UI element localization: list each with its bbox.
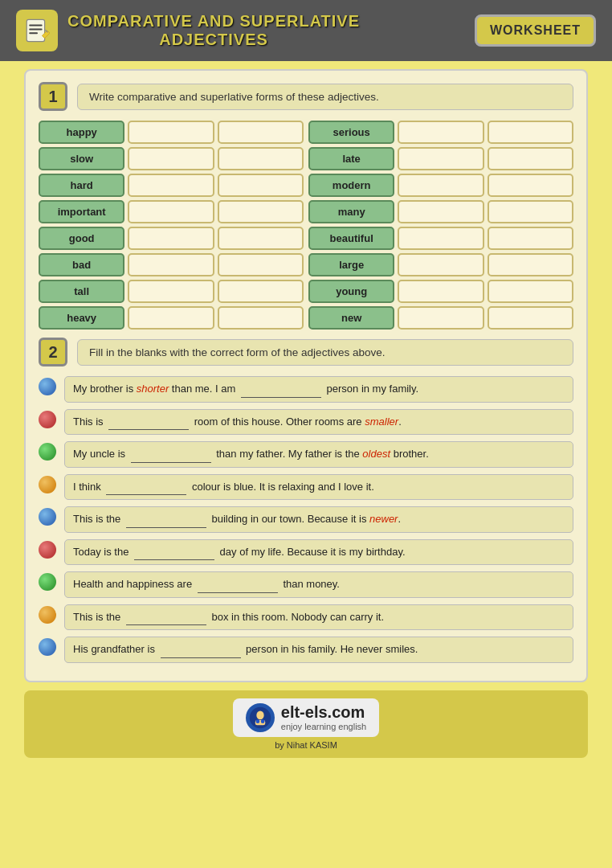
adj-comp-late[interactable] [398,147,483,170]
adj-super-happy[interactable] [218,121,304,144]
adj-comp-young[interactable] [398,280,483,303]
blank-1 [241,381,321,398]
adj-comp-modern[interactable] [398,174,483,197]
adj-super-large[interactable] [488,253,573,276]
adj-super-beautiful[interactable] [488,227,573,250]
answer-newer: newer [369,513,398,525]
bullet-7 [39,573,56,591]
adj-super-bad[interactable] [218,253,304,276]
sentence-6: Today is the day of my life. Because it … [39,539,573,566]
bullet-6 [39,541,56,559]
adj-label-late: late [308,147,394,170]
adj-super-modern[interactable] [488,174,573,197]
header-title: COMPARATIVE AND SUPERLATIVE ADJECTIVES [67,12,360,49]
blank-9 [161,641,241,658]
adj-comp-good[interactable] [128,227,214,250]
page-header: COMPARATIVE AND SUPERLATIVE ADJECTIVES W… [0,0,612,61]
svg-point-9 [255,719,259,723]
adj-row-tall: tall [39,280,304,303]
adj-row-bad: bad [39,253,304,276]
sentence-text-5: This is the building in our town. Becaus… [64,506,573,533]
adj-comp-tall[interactable] [128,280,214,303]
blank-8 [126,609,206,626]
adj-comp-important[interactable] [128,200,214,223]
section1-header: 1 Write comparative and superlative form… [39,82,573,111]
footer-site: elt-els.com [281,703,366,722]
sentence-text-1: My brother is shorter than me. I am pers… [64,376,573,403]
adj-label-serious: serious [308,121,394,144]
adj-comp-new[interactable] [398,306,483,330]
bullet-4 [39,476,56,493]
sentence-text-7: Health and happiness are than money. [64,571,573,598]
adj-row-good: good [39,227,304,250]
adj-comp-heavy[interactable] [128,306,214,330]
adj-row-many: many [308,200,573,223]
bullet-9 [39,638,56,656]
adj-row-large: large [308,253,573,276]
adj-label-modern: modern [308,174,394,197]
answer-smaller: smaller [365,416,398,428]
adj-super-tall[interactable] [218,280,304,303]
blank-4 [106,479,186,496]
header-left: COMPARATIVE AND SUPERLATIVE ADJECTIVES [16,10,360,51]
adj-row-serious: serious [308,121,573,144]
adj-row-beautiful: beautiful [308,227,573,250]
adj-label-good: good [39,227,124,250]
adj-super-heavy[interactable] [218,306,304,330]
adj-comp-serious[interactable] [398,121,483,144]
footer-tagline: enjoy learning english [281,722,366,731]
sentence-3: My uncle is than my father. My father is… [39,441,573,468]
sentence-text-2: This is room of this house. Other rooms … [64,409,573,436]
adj-super-new[interactable] [488,306,573,330]
adj-super-good[interactable] [218,227,304,250]
adj-super-slow[interactable] [218,147,304,170]
footer-author: by Nihat KASIM [275,740,337,750]
adj-label-happy: happy [39,121,124,144]
adj-super-late[interactable] [488,147,573,170]
adj-label-important: important [39,200,124,223]
bullet-5 [39,508,56,526]
bullet-2 [39,411,56,428]
adj-label-heavy: heavy [39,306,124,330]
adj-super-important[interactable] [218,200,304,223]
adj-comp-bad[interactable] [128,253,214,276]
bullet-1 [39,378,56,395]
section2-instruction: Fill in the blanks with the correct form… [77,339,573,366]
blank-5 [126,511,206,528]
adj-super-serious[interactable] [488,121,573,144]
sentence-4: I think colour is blue. It is relaxing a… [39,474,573,501]
adj-super-many[interactable] [488,200,573,223]
section1-number: 1 [39,82,67,111]
adj-comp-slow[interactable] [128,147,214,170]
adj-comp-hard[interactable] [128,174,214,197]
adj-right-col: serious late modern many [308,121,573,330]
adj-row-young: young [308,280,573,303]
adj-comp-beautiful[interactable] [398,227,483,250]
adj-label-beautiful: beautiful [308,227,394,250]
adj-label-large: large [308,253,394,276]
adj-super-young[interactable] [488,280,573,303]
adj-label-hard: hard [39,174,124,197]
sentence-1: My brother is shorter than me. I am pers… [39,376,573,403]
blank-6 [134,544,214,561]
adj-comp-large[interactable] [398,253,483,276]
main-content: 1 Write comparative and superlative form… [24,69,588,682]
section2-header: 2 Fill in the blanks with the correct fo… [39,338,573,366]
sentence-2: This is room of this house. Other rooms … [39,409,573,436]
adj-comp-happy[interactable] [128,121,214,144]
adj-row-slow: slow [39,147,304,170]
sentence-9: His grandfather is person in his family.… [39,637,573,663]
answer-shorter: shorter [137,383,169,395]
adj-comp-many[interactable] [398,200,483,223]
adj-left-col: happy slow hard important [39,121,304,330]
document-icon [24,18,50,43]
worksheet-badge: WORKSHEET [475,14,596,47]
adj-label-slow: slow [39,147,124,170]
adj-label-tall: tall [39,280,124,303]
adj-row-important: important [39,200,304,223]
adj-row-heavy: heavy [39,306,304,330]
blank-3 [131,446,211,463]
footer-text: elt-els.com enjoy learning english [281,703,366,731]
page-footer: elt-els.com enjoy learning english by Ni… [24,690,588,758]
adj-super-hard[interactable] [218,174,304,197]
